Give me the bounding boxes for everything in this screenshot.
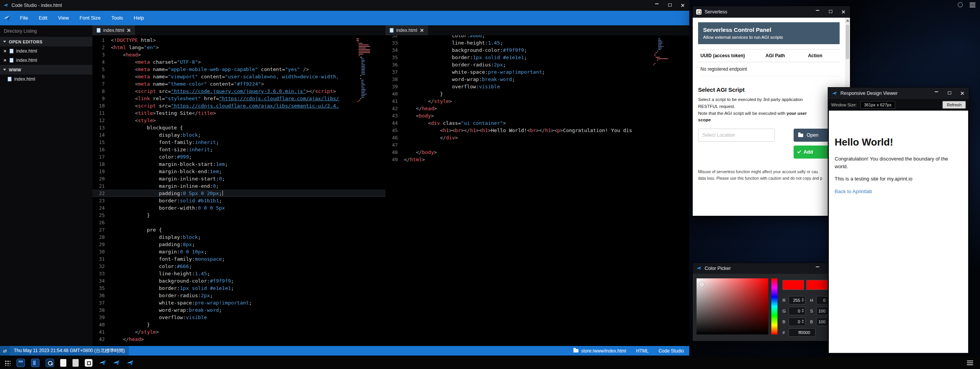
red-input[interactable]: 255 [789, 296, 805, 304]
open-editor-item[interactable]: index.html [0, 46, 92, 56]
menu-file[interactable]: File [15, 11, 33, 25]
tab-bar: index.html [385, 25, 689, 35]
window-size-label: Window Size: [831, 103, 857, 107]
maximize-button[interactable] [943, 91, 956, 94]
title-bar: Responsive Design Viewer [828, 88, 969, 99]
red-label: R [782, 298, 786, 303]
code-editor[interactable]: 32 color:#666;33 line-height:1.45;34 bac… [385, 35, 689, 346]
document-app-icon-1[interactable] [60, 359, 66, 367]
code-studio-app-icon-2[interactable] [112, 359, 120, 367]
panel-header: Serverless Control Panel Allow external … [698, 22, 840, 44]
desktop-menu-icon[interactable] [970, 3, 975, 7]
stepper-icons[interactable] [802, 319, 804, 323]
refresh-button[interactable]: Refresh [942, 101, 966, 109]
taskbar-menu-icon[interactable] [967, 361, 975, 365]
green-input[interactable]: 0 [789, 307, 805, 315]
current-color-swatch[interactable] [782, 280, 804, 290]
green-label: G [782, 309, 786, 313]
launcher-grid-icon[interactable] [5, 360, 10, 366]
picker-cursor[interactable] [700, 282, 704, 286]
window-title: Serverless [705, 9, 727, 15]
restore-button[interactable] [663, 3, 676, 7]
minimize-button[interactable] [650, 3, 663, 4]
code-studio-app-icon-3[interactable] [126, 359, 134, 367]
close-icon[interactable] [3, 59, 7, 62]
window-title: Code Studio - index.html [12, 3, 62, 8]
tab-index-html[interactable]: index.html [385, 25, 428, 35]
select-location-input[interactable] [698, 129, 775, 142]
code-studio-window: Code Studio - index.html File Edit View … [0, 0, 689, 356]
status-language[interactable]: HTML [636, 348, 649, 354]
code-line: 48 </body> [385, 149, 689, 156]
open-editor-item[interactable]: index.html [0, 56, 92, 65]
minimize-button[interactable] [930, 91, 943, 92]
folder-icon [573, 349, 578, 352]
code-studio-logo-icon [3, 3, 8, 8]
scroll-up-icon[interactable] [845, 18, 850, 23]
minimap[interactable] [653, 38, 667, 66]
scrollbar-thumb[interactable] [846, 25, 849, 59]
code-line: 4 <meta charset="UTF-8"> [92, 58, 385, 66]
menu-font-size[interactable]: Font Size [74, 11, 106, 25]
minimap[interactable] [356, 38, 370, 103]
close-icon[interactable] [420, 28, 424, 32]
menu-edit[interactable]: Edit [33, 11, 53, 25]
code-content[interactable]: 32 color:#666;33 line-height:1.45;34 bac… [385, 35, 689, 163]
serverless-app-icon[interactable] [85, 359, 92, 367]
previous-color-swatch[interactable] [806, 280, 828, 290]
column-agi-path: AGI Path [763, 50, 806, 62]
code-line: 32 color:#666; [92, 263, 385, 270]
remote-icon[interactable] [0, 346, 10, 356]
code-line: 36 border-radius:2px; [385, 61, 689, 68]
close-icon[interactable] [127, 28, 131, 32]
empty-endpoint-text: No registered endpoint [698, 62, 840, 76]
file-item-index-html[interactable]: index.html [0, 74, 92, 84]
code-line: 35 border:1px solid #e1e1e1; [92, 285, 385, 292]
hex-input[interactable]: ff0000 [789, 328, 815, 337]
menu-view[interactable]: View [53, 11, 74, 25]
app-window-icon-1[interactable] [16, 359, 25, 367]
check-icon [797, 150, 801, 154]
maximize-button[interactable] [824, 10, 837, 13]
code-editor[interactable]: 1<!DOCTYPE html>2<html lang="en">3 <head… [92, 35, 385, 346]
code-line: 36 border-radius:2px; [92, 292, 385, 299]
minimize-button[interactable] [811, 10, 824, 11]
code-line: 37 white-space:pre-wrap!important; [92, 299, 385, 306]
saturation-value-picker[interactable] [697, 278, 768, 334]
back-to-aprintlab-link[interactable]: Back to Aprintlab [835, 189, 872, 194]
code-line: 26 [92, 219, 385, 226]
code-line: 31 font-family:monospace; [92, 255, 385, 263]
code-line: 39 overflow:visible [92, 314, 385, 321]
close-button[interactable] [956, 91, 969, 95]
app-window-icon-2[interactable] [31, 359, 40, 367]
hue-slider[interactable] [771, 278, 777, 334]
color-picker-app-icon [696, 266, 702, 271]
status-file-path[interactable]: store:/www/index.html [573, 348, 626, 354]
open-editors-section[interactable]: OPEN EDITORS [0, 37, 92, 46]
close-button[interactable] [837, 10, 850, 14]
code-studio-app-icon-1[interactable] [99, 359, 106, 367]
code-line: 7 <meta name="theme-color" content="#ff9… [92, 80, 385, 88]
status-datetime: Thu May 11 2023 21:54:48 GMT+0800 (台北標準時… [10, 346, 129, 356]
tab-index-html[interactable]: index.html [92, 25, 135, 35]
search-app-icon[interactable] [46, 359, 54, 367]
code-line: 21 margin-inline-end:0; [92, 182, 385, 190]
blue-input[interactable]: 0 [789, 318, 805, 326]
chevron-down-icon [3, 69, 6, 71]
stepper-icons[interactable] [802, 298, 804, 302]
taskbar [0, 357, 980, 369]
menu-help[interactable]: Help [128, 11, 150, 25]
endpoint-table: UUID (access token) AGI Path Action No r… [698, 49, 840, 76]
minimize-button[interactable] [811, 266, 824, 267]
document-app-icon-2[interactable] [72, 359, 79, 367]
code-line: 42 </head> [92, 336, 385, 343]
folder-www-section[interactable]: WWW [0, 65, 92, 74]
close-button[interactable] [676, 3, 689, 7]
spinner-icon[interactable] [958, 2, 963, 7]
close-icon[interactable] [3, 50, 7, 53]
code-content[interactable]: 1<!DOCTYPE html>2<html lang="en">3 <head… [92, 36, 385, 343]
hue-label: H [810, 298, 814, 303]
brightness-label: B [810, 319, 814, 324]
code-line: 13 blockquote { [92, 124, 385, 131]
menu-tools[interactable]: Tools [106, 11, 128, 25]
